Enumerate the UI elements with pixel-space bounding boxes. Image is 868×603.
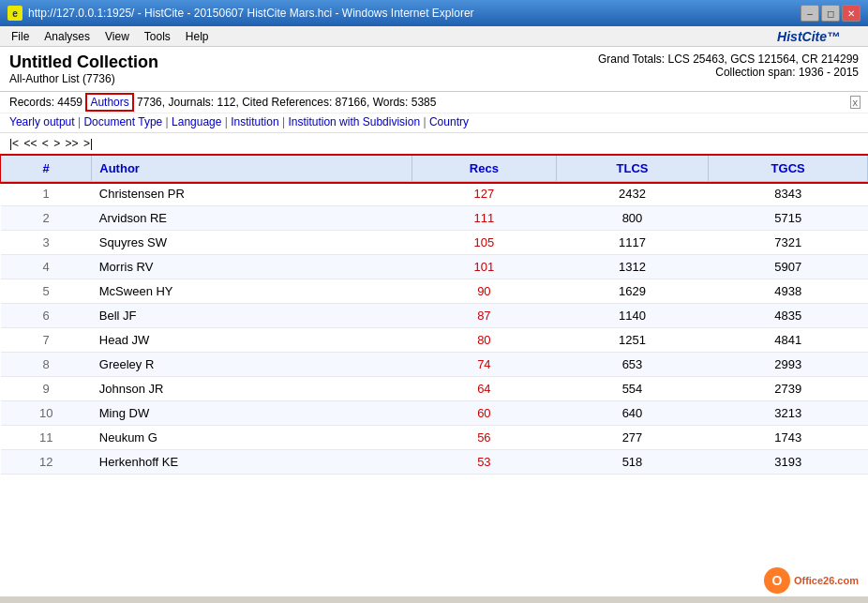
nav-language[interactable]: Language	[172, 115, 221, 128]
menu-help[interactable]: Help	[178, 28, 217, 45]
nav-document-type[interactable]: Document Type	[83, 115, 162, 128]
table-row: 12Herkenhoff KE535183193	[1, 450, 868, 475]
cell-author: Johnson JR	[92, 377, 412, 401]
cell-num: 12	[1, 450, 92, 475]
cell-recs: 53	[412, 450, 557, 475]
cell-tlcs: 277	[556, 426, 709, 450]
cell-author: Christensen PR	[92, 182, 412, 206]
collection-span: Collection span: 1936 - 2015	[598, 66, 859, 79]
cell-recs: 90	[412, 279, 557, 304]
menu-file[interactable]: File	[4, 28, 37, 45]
minimize-button[interactable]: –	[801, 5, 819, 22]
cell-tgcs: 4938	[709, 279, 868, 304]
grand-totals-text: Grand Totals: LCS 25463, GCS 121564, CR …	[598, 53, 859, 66]
data-table: # Author Recs TLCS TGCS 1Christensen PR1…	[0, 155, 868, 475]
journals-label: Journals: 112,	[168, 96, 238, 109]
cell-tlcs: 1140	[556, 304, 709, 328]
page-next-next[interactable]: >>	[66, 137, 79, 150]
authors-count: 7736,	[137, 96, 165, 109]
table-row: 7Head JW8012514841	[1, 328, 868, 353]
cell-tgcs: 5715	[709, 206, 868, 231]
cell-tlcs: 800	[556, 206, 709, 231]
pagination: |< << < > >> >|	[0, 133, 868, 155]
cell-recs: 80	[412, 328, 557, 353]
cell-tgcs: 3193	[709, 450, 868, 475]
cell-num: 3	[1, 231, 92, 255]
title-bar: e http://127.0.0.1:1925/ - HistCite - 20…	[0, 0, 868, 26]
cell-tlcs: 1117	[556, 231, 709, 255]
collection-title: Untitled Collection	[9, 53, 158, 72]
cell-num: 1	[1, 182, 92, 206]
cell-num: 9	[1, 377, 92, 401]
table-row: 8Greeley R746532993	[1, 353, 868, 377]
cell-recs: 111	[412, 206, 557, 231]
nav-institution[interactable]: Institution	[231, 115, 278, 128]
grand-totals: Grand Totals: LCS 25463, GCS 121564, CR …	[598, 53, 859, 79]
close-info-button[interactable]: x	[850, 96, 861, 109]
nav-institution-subdivision[interactable]: Institution with Subdivision	[288, 115, 420, 128]
table-row: 3Squyres SW10511177321	[1, 231, 868, 255]
header-area: Untitled Collection All-Author List (773…	[0, 47, 868, 92]
menu-analyses[interactable]: Analyses	[37, 28, 97, 45]
cell-tgcs: 7321	[709, 231, 868, 255]
app-icon: e	[7, 6, 22, 21]
table-row: 11Neukum G562771743	[1, 426, 868, 450]
nav-yearly-output[interactable]: Yearly output	[9, 115, 75, 128]
cell-author: McSween HY	[92, 279, 412, 304]
close-button[interactable]: ✕	[842, 5, 861, 22]
col-header-num: #	[1, 156, 92, 182]
cell-tgcs: 4835	[709, 304, 868, 328]
cell-num: 8	[1, 353, 92, 377]
menu-view[interactable]: View	[97, 28, 137, 45]
histcite-brand: HistCite™	[777, 29, 840, 44]
cell-tlcs: 640	[556, 401, 709, 426]
cell-recs: 74	[412, 353, 557, 377]
cell-author: Squyres SW	[92, 231, 412, 255]
cell-recs: 105	[412, 231, 557, 255]
restore-button[interactable]: ◻	[821, 5, 840, 22]
authors-link[interactable]: Authors	[85, 93, 133, 112]
watermark-text: Office26.com	[794, 575, 859, 586]
menu-bar: File Analyses View Tools Help HistCite™	[0, 26, 868, 47]
col-header-tgcs: TGCS	[709, 156, 868, 182]
page-prev[interactable]: <	[42, 137, 49, 150]
cell-author: Ming DW	[92, 401, 412, 426]
cell-recs: 64	[412, 377, 557, 401]
col-header-author: Author	[92, 156, 412, 182]
table-row: 4Morris RV10113125907	[1, 255, 868, 279]
cell-tgcs: 5907	[709, 255, 868, 279]
watermark-icon: O	[764, 567, 790, 594]
table-row: 5McSween HY9016294938	[1, 279, 868, 304]
page-prev-prev[interactable]: <<	[23, 137, 37, 150]
cell-num: 11	[1, 426, 92, 450]
cell-num: 7	[1, 328, 92, 353]
cell-tlcs: 1312	[556, 255, 709, 279]
window-title: http://127.0.0.1:1925/ - HistCite - 2015…	[28, 7, 801, 20]
cell-tgcs: 2993	[709, 353, 868, 377]
cell-num: 2	[1, 206, 92, 231]
cell-author: Bell JF	[92, 304, 412, 328]
watermark: O Office26.com	[764, 567, 859, 594]
menu-tools[interactable]: Tools	[137, 28, 178, 45]
cell-recs: 87	[412, 304, 557, 328]
page-next[interactable]: >	[53, 137, 60, 150]
cell-recs: 56	[412, 426, 557, 450]
records-label: Records: 4459	[9, 96, 82, 109]
cell-recs: 101	[412, 255, 557, 279]
table-row: 2Arvidson RE1118005715	[1, 206, 868, 231]
nav-country[interactable]: Country	[429, 115, 469, 128]
cell-tgcs: 2739	[709, 377, 868, 401]
cell-tgcs: 3213	[709, 401, 868, 426]
page-last[interactable]: >|	[83, 137, 93, 150]
col-header-recs: Recs	[412, 156, 557, 182]
cell-author: Herkenhoff KE	[92, 450, 412, 475]
cell-num: 6	[1, 304, 92, 328]
collection-subtitle: All-Author List (7736)	[9, 72, 158, 85]
cell-tlcs: 2432	[556, 182, 709, 206]
window-controls[interactable]: – ◻ ✕	[801, 5, 861, 22]
table-row: 9Johnson JR645542739	[1, 377, 868, 401]
col-header-tlcs: TLCS	[556, 156, 709, 182]
page-first[interactable]: |<	[9, 137, 19, 150]
cell-tlcs: 1251	[556, 328, 709, 353]
cited-refs-label: Cited References: 87166,	[242, 96, 369, 109]
